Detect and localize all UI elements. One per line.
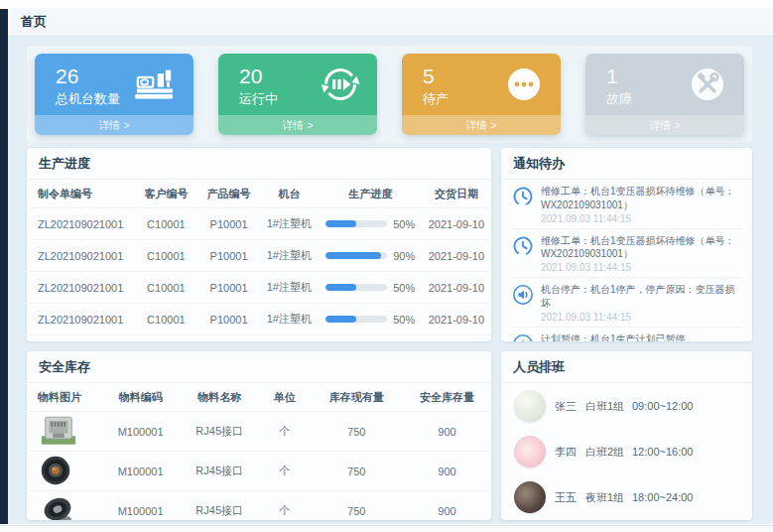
material-image-cell <box>27 412 101 452</box>
table-header-row: 物料图片 物料编码 物料名称 单位 库存现有量 安全库存量 <box>27 383 491 412</box>
progress-cell: 50% <box>320 335 422 342</box>
pending-detail-link[interactable]: 详情 > <box>402 115 561 135</box>
col-customer-no: 客户编号 <box>134 180 199 208</box>
schedule-row: 李四 白班2组 12:00~16:00 <box>501 429 752 474</box>
avatar <box>514 481 546 513</box>
stat-card-body: 5 待产 <box>402 54 561 115</box>
sidebar-strip[interactable] <box>0 9 8 524</box>
product-no-cell: P10001 <box>198 272 259 304</box>
progress-fill <box>325 252 381 259</box>
stat-card-pending[interactable]: 5 待产 详情 > <box>402 54 561 135</box>
stat-card-running[interactable]: 20 运行中 详情 > <box>218 54 377 135</box>
due-date-cell: 2021-09-10 <box>422 335 491 342</box>
notification-text: 维修工单：机台1变压器损坏待维修（单号：WX202109031001） <box>541 185 741 212</box>
production-progress-panel: 生产进度 制令单编号 客户编号 产品编号 机台 生产进度 交货日期 ZL2021 <box>27 148 491 341</box>
col-safety-stock: 安全库存量 <box>403 383 491 412</box>
due-date-cell: 2021-09-10 <box>422 304 491 335</box>
running-detail-link[interactable]: 详情 > <box>218 115 377 135</box>
safety-stock-cell: 900 <box>403 452 491 491</box>
running-value: 20 <box>239 65 278 87</box>
notification-item[interactable]: 机台停产：机台1停产，停产原因：变压器损坏 2021.09.03 11:44:1… <box>512 278 741 328</box>
due-date-cell: 2021-09-10 <box>422 208 491 240</box>
product-no-cell: P10001 <box>198 304 259 335</box>
stat-card-text: 26 总机台数量 <box>56 65 120 108</box>
table-header-row: 制令单编号 客户编号 产品编号 机台 生产进度 交货日期 <box>27 180 491 208</box>
notification-body: 机台停产：机台1停产，停产原因：变压器损坏 2021.09.03 11:44:1… <box>541 283 741 323</box>
schedule-row: 王五 夜班1组 18:00~24:00 <box>501 474 752 520</box>
person-shift-time: 18:00~24:00 <box>632 491 693 503</box>
person-shift-time: 12:00~16:00 <box>632 446 693 458</box>
due-date-cell: 2021-09-10 <box>422 272 491 304</box>
running-label: 运行中 <box>239 90 278 108</box>
person-name: 李四 <box>555 445 585 460</box>
speaker-icon <box>512 332 534 341</box>
production-progress-table: 制令单编号 客户编号 产品编号 机台 生产进度 交货日期 ZL202109021… <box>27 180 491 341</box>
avatar <box>514 390 546 422</box>
progress-fill <box>325 316 356 323</box>
stock-on-hand-cell: 750 <box>310 452 403 491</box>
cone-speaker-photo <box>40 516 75 520</box>
tab-home[interactable]: 首页 <box>21 13 47 31</box>
schedule-row: 张三 白班1组 09:00~12:00 <box>501 383 752 429</box>
order-no-cell: ZL202109021001 <box>27 208 134 240</box>
dashboard-content: 26 总机台数量 详情 > <box>8 37 773 524</box>
progress-fill <box>325 220 356 227</box>
person-shift: 夜班1组 <box>585 490 632 505</box>
fault-value: 1 <box>606 65 632 87</box>
fault-detail-link[interactable]: 详情 > <box>585 115 744 135</box>
person-name: 张三 <box>555 399 585 414</box>
material-name-cell: RJ45接口 <box>180 412 259 452</box>
person-shift: 白班1组 <box>585 399 632 414</box>
product-no-cell: P10001 <box>198 208 259 240</box>
person-shift-time: 09:00~12:00 <box>632 400 693 412</box>
progress-cell: 50% <box>320 208 422 240</box>
col-due-date: 交货日期 <box>422 180 491 208</box>
stat-card-text: 5 待产 <box>423 65 449 108</box>
stat-card-fault[interactable]: 1 故障 详情 > <box>585 54 744 135</box>
col-material-image: 物料图片 <box>27 383 101 412</box>
personnel-schedule-title: 人员排班 <box>501 351 752 383</box>
stat-card-total-machines[interactable]: 26 总机台数量 详情 > <box>35 54 193 135</box>
notification-item[interactable]: 维修工单：机台1变压器损坏待维修（单号：WX202109031001） 2021… <box>512 229 741 279</box>
notification-item[interactable]: 维修工单：机台1变压器损坏待维修（单号：WX202109031001） 2021… <box>512 180 741 229</box>
fault-label: 故障 <box>606 90 632 108</box>
window-bottom-edge <box>0 525 773 532</box>
total-machines-detail-link[interactable]: 详情 > <box>35 115 193 135</box>
customer-no-cell: C10001 <box>134 272 199 304</box>
round-speaker-photo <box>40 476 71 488</box>
clock-icon <box>512 234 534 274</box>
table-row: ZL202109021001 C10001 P10001 1#注塑机 90% 2… <box>27 240 491 272</box>
ellipsis-icon <box>504 65 544 108</box>
machine-cell: 1#注塑机 <box>259 304 320 335</box>
progress-track <box>325 316 387 323</box>
stat-card-text: 1 故障 <box>606 65 632 108</box>
col-material-name: 物料名称 <box>180 383 259 412</box>
order-no-cell: ZL202109021001 <box>27 304 134 335</box>
order-no-cell: ZL202109021001 <box>27 335 134 342</box>
table-row: ZL202109021001 C10001 P10001 1#注塑机 50% 2… <box>27 272 491 304</box>
material-code-cell: M100001 <box>101 412 181 452</box>
stat-cards-panel: 26 总机台数量 详情 > <box>27 46 752 143</box>
col-machine: 机台 <box>259 180 320 208</box>
safety-stock-panel: 安全库存 物料图片 物料编码 物料名称 单位 库存现有量 安全库存量 <box>27 351 491 520</box>
progress-label: 50% <box>393 282 415 294</box>
safety-stock-table: 物料图片 物料编码 物料名称 单位 库存现有量 安全库存量 M100001 RJ… <box>27 383 491 520</box>
notification-text: 机台停产：机台1停产，停产原因：变压器损坏 <box>541 283 741 311</box>
progress-track <box>325 220 387 227</box>
machine-cell: 1#注塑机 <box>259 335 320 342</box>
notification-item[interactable]: 计划暂停：机台1生产计划已暂停 2021.09.03 11:44:15 <box>512 328 741 341</box>
unit-cell: 个 <box>259 412 310 452</box>
material-code-cell: M100001 <box>101 491 181 521</box>
progress-label: 50% <box>393 314 415 326</box>
notification-text: 维修工单：机台1变压器损坏待维修（单号：WX202109031001） <box>541 234 741 262</box>
due-date-cell: 2021-09-10 <box>422 240 491 272</box>
rj45-connector-photo <box>40 437 77 449</box>
notification-body: 计划暂停：机台1生产计划已暂停 2021.09.03 11:44:15 <box>541 332 686 341</box>
progress-cell: 50% <box>320 304 422 335</box>
col-material-code: 物料编码 <box>101 383 181 412</box>
schedule-list: 张三 白班1组 09:00~12:00 李四 白班2组 12:00~16:00 … <box>501 383 752 520</box>
progress-track <box>325 284 387 291</box>
notifications-panel: 通知待办 维修工单：机台1变压器损坏待维修（单号：WX202109031001）… <box>501 148 752 341</box>
progress-cell: 50% <box>320 272 422 304</box>
product-no-cell: P10001 <box>198 240 259 272</box>
